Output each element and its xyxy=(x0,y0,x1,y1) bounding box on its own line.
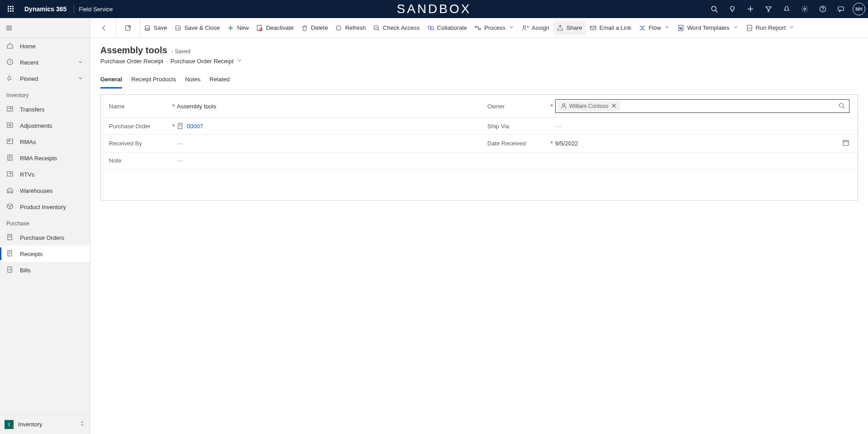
nav-label: Receipts xyxy=(20,251,43,257)
save-button[interactable]: Save xyxy=(140,21,171,35)
lightbulb-icon xyxy=(729,5,736,13)
flow-button[interactable]: Flow xyxy=(635,21,674,35)
refresh-button[interactable]: Refresh xyxy=(331,21,369,35)
check-access-icon xyxy=(373,24,380,32)
nav-purchase-orders[interactable]: Purchase Orders xyxy=(0,229,90,246)
nav-pinned[interactable]: Pinned xyxy=(0,70,90,87)
search-button[interactable] xyxy=(705,0,723,18)
collaborate-button[interactable]: Collaborate xyxy=(424,21,471,35)
form-selector[interactable]: Purchase Order Receipt xyxy=(170,58,233,65)
app-launcher[interactable] xyxy=(0,0,22,18)
tab-notes[interactable]: Notes xyxy=(185,73,200,89)
rma-icon xyxy=(6,138,14,146)
nav-rmas[interactable]: RMAs xyxy=(0,134,90,150)
up-down-icon xyxy=(79,420,85,428)
check-access-button[interactable]: Check Access xyxy=(369,21,424,35)
new-button[interactable]: New xyxy=(223,21,252,35)
label-purchase-order: Purchase Order* xyxy=(109,123,177,130)
nav-product-inventory[interactable]: Product Inventory xyxy=(0,199,90,215)
svg-point-47 xyxy=(840,103,844,107)
word-templates-button[interactable]: Word Templates xyxy=(674,21,742,35)
word-icon xyxy=(677,24,684,32)
chevron-down-icon xyxy=(77,75,84,83)
assign-button[interactable]: Assign xyxy=(518,21,553,35)
email-link-button[interactable]: Email a Link xyxy=(586,21,635,35)
save-icon xyxy=(144,24,151,32)
field-owner[interactable]: William Contoso xyxy=(555,99,849,113)
field-received-by[interactable]: --- xyxy=(177,140,471,147)
chevron-down-icon xyxy=(732,24,739,32)
open-new-window-button[interactable] xyxy=(121,21,135,35)
nav-recent[interactable]: Recent xyxy=(0,54,90,70)
save-close-button[interactable]: Save & Close xyxy=(171,21,224,35)
record-icon xyxy=(177,122,184,130)
filter-icon xyxy=(765,5,772,13)
product-name[interactable]: Dynamics 365 xyxy=(22,5,69,13)
feedback-button[interactable] xyxy=(832,0,850,18)
nav-home[interactable]: Home xyxy=(0,38,90,54)
lookup-search[interactable] xyxy=(836,102,847,111)
nav-label: Bills xyxy=(20,267,31,274)
flow-icon xyxy=(639,24,646,32)
nav-rtvs[interactable]: RTVs xyxy=(0,166,90,182)
app-name[interactable]: Field Service xyxy=(79,6,113,13)
collaborate-icon xyxy=(427,24,434,32)
svg-rect-6 xyxy=(8,10,9,12)
field-purchase-order[interactable]: 00007 xyxy=(177,122,471,130)
field-note[interactable]: --- xyxy=(177,157,849,164)
nav-adjustments[interactable]: Adjustments xyxy=(0,117,90,134)
nav-label: Recent xyxy=(20,59,38,66)
assign-icon xyxy=(522,24,529,32)
share-button[interactable]: Share xyxy=(553,21,586,35)
filter-button[interactable] xyxy=(760,0,778,18)
area-label: Inventory xyxy=(18,421,42,428)
settings-button[interactable] xyxy=(796,0,814,18)
field-date-received[interactable]: 9/5/2022 xyxy=(555,139,849,148)
label-note: Note xyxy=(109,157,177,164)
nav-bills[interactable]: Bills xyxy=(0,262,90,278)
sidebar-toggle[interactable] xyxy=(0,18,90,38)
tab-general[interactable]: General xyxy=(100,73,122,89)
label-date-received: Date Received* xyxy=(487,140,555,147)
bell-icon xyxy=(783,5,790,13)
field-ship-via[interactable]: --- xyxy=(555,123,849,130)
user-avatar[interactable]: MH xyxy=(853,3,865,15)
tab-receipt-products[interactable]: Receipt Products xyxy=(131,73,176,89)
field-name[interactable]: Assembly tools xyxy=(177,103,471,110)
help-icon xyxy=(819,5,826,13)
assistant-button[interactable] xyxy=(723,0,741,18)
add-button[interactable] xyxy=(741,0,760,18)
svg-rect-0 xyxy=(8,6,9,7)
nav-warehouses[interactable]: Warehouses xyxy=(0,182,90,199)
help-button[interactable] xyxy=(814,0,832,18)
svg-point-46 xyxy=(563,104,565,106)
svg-point-37 xyxy=(374,25,378,30)
deactivate-icon xyxy=(256,24,263,32)
nav-transfers[interactable]: Transfers xyxy=(0,101,90,117)
remove-owner[interactable] xyxy=(610,102,618,111)
svg-rect-38 xyxy=(428,26,431,29)
rtv-icon xyxy=(6,170,14,179)
area-switcher[interactable]: I Inventory xyxy=(0,414,90,434)
owner-chip[interactable]: William Contoso xyxy=(557,101,620,111)
save-close-icon xyxy=(175,24,182,32)
notifications-button[interactable] xyxy=(778,0,796,18)
receipt-icon xyxy=(6,250,14,258)
calendar-icon[interactable] xyxy=(842,139,849,148)
svg-rect-24 xyxy=(7,139,13,144)
arrow-left-icon xyxy=(100,24,108,32)
svg-rect-50 xyxy=(843,140,849,145)
svg-rect-26 xyxy=(7,172,13,176)
chevron-down-icon xyxy=(664,24,670,32)
nav-rma-receipts[interactable]: RMA Receipts xyxy=(0,150,90,166)
deactivate-button[interactable]: Deactivate xyxy=(252,21,297,35)
svg-rect-8 xyxy=(12,10,14,12)
hamburger-icon xyxy=(5,24,13,32)
area-badge: I xyxy=(5,420,14,429)
run-report-button[interactable]: Run Report xyxy=(742,21,798,35)
process-button[interactable]: Process xyxy=(471,21,518,35)
delete-button[interactable]: Delete xyxy=(297,21,332,35)
nav-receipts[interactable]: Receipts xyxy=(0,246,90,262)
back-button[interactable] xyxy=(97,21,111,35)
tab-related[interactable]: Related xyxy=(209,73,230,89)
